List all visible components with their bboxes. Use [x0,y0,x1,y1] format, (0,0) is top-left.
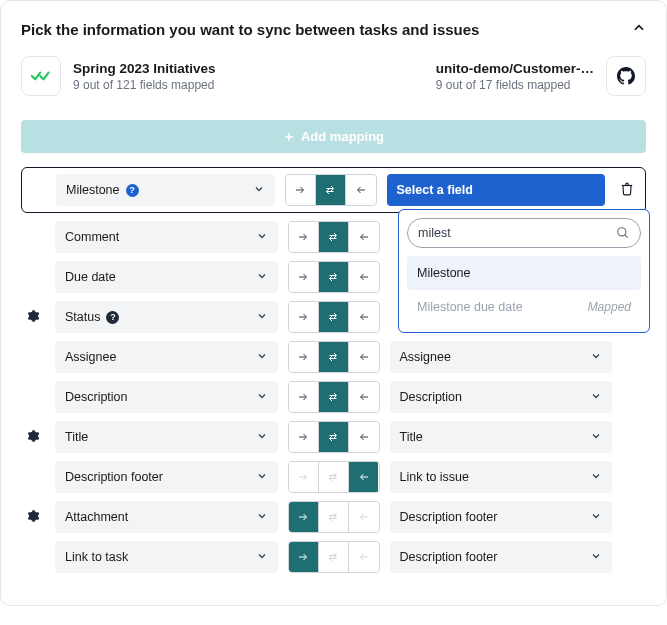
select-a-field-dropdown[interactable]: Select a field [387,174,606,206]
direction-group [288,381,380,413]
direction-both-button[interactable] [319,422,349,452]
collapse-icon[interactable] [632,21,646,38]
sync-config-panel: Pick the information you want to sync be… [0,0,667,606]
direction-both-button[interactable] [319,302,349,332]
field-label: Milestone? [66,183,139,197]
field-select-right[interactable]: Description footer [390,541,613,573]
dropdown-item-milestone[interactable]: Milestone [407,256,641,290]
direction-right-button[interactable] [286,175,316,205]
trash-column[interactable] [615,182,639,199]
direction-both-button[interactable] [319,342,349,372]
direction-left-button[interactable] [349,502,378,532]
chevron-down-icon [256,270,268,285]
direction-left-button[interactable] [349,222,378,252]
direction-right-button[interactable] [289,502,319,532]
svg-point-42 [618,228,626,236]
chevron-down-icon [590,390,602,405]
dropdown-item-label: Milestone [417,266,471,280]
trash-icon[interactable] [620,182,634,199]
field-label: Description [400,390,463,404]
dropdown-item-milestone-due[interactable]: Milestone due date Mapped [407,290,641,324]
direction-group [288,461,380,493]
add-mapping-label: Add mapping [301,129,384,144]
field-select-left[interactable]: Milestone? [56,174,275,206]
direction-right-button[interactable] [289,462,319,492]
gear-column[interactable] [21,509,45,526]
field-select-right[interactable]: Link to issue [390,461,613,493]
chevron-down-icon [256,390,268,405]
tool-a: Spring 2023 Initiatives 9 out of 121 fie… [21,56,328,96]
tool-b: unito-demo/Customer-… 9 out of 17 fields… [340,56,647,96]
direction-right-button[interactable] [289,222,319,252]
select-placeholder: Select a field [397,183,473,197]
field-select-left[interactable]: Link to task [55,541,278,573]
direction-both-button[interactable] [319,382,349,412]
add-mapping-button[interactable]: Add mapping [21,120,646,153]
field-select-left[interactable]: Attachment [55,501,278,533]
direction-right-button[interactable] [289,422,319,452]
field-select-left[interactable]: Comment [55,221,278,253]
direction-both-button[interactable] [319,222,349,252]
chevron-down-icon [590,470,602,485]
direction-group [288,301,380,333]
direction-group [288,341,380,373]
direction-right-button[interactable] [289,302,319,332]
mapping-row: Description Description [21,381,646,413]
field-label: Description [65,390,128,404]
dropdown-search-input[interactable] [418,226,610,240]
direction-right-button[interactable] [289,262,319,292]
gear-icon[interactable] [26,429,40,446]
chevron-down-icon [253,183,265,198]
field-select-right[interactable]: Assignee [390,341,613,373]
gear-icon[interactable] [26,509,40,526]
field-select-left[interactable]: Assignee [55,341,278,373]
direction-right-button[interactable] [289,382,319,412]
field-select-left[interactable]: Description [55,381,278,413]
field-select-right[interactable]: Title [390,421,613,453]
direction-both-button[interactable] [316,175,346,205]
direction-left-button[interactable] [349,382,378,412]
field-select-right[interactable]: Description [390,381,613,413]
direction-left-button[interactable] [349,462,378,492]
direction-left-button[interactable] [349,262,378,292]
chevron-down-icon [256,350,268,365]
direction-left-button[interactable] [349,342,378,372]
mapping-row: Attachment Description footer [21,501,646,533]
direction-left-button[interactable] [349,302,378,332]
direction-both-button[interactable] [319,502,349,532]
connection-summary: Spring 2023 Initiatives 9 out of 121 fie… [21,56,646,96]
direction-right-button[interactable] [289,542,319,572]
mapping-row: Assignee Assignee [21,341,646,373]
chevron-down-icon [590,430,602,445]
direction-both-button[interactable] [319,262,349,292]
chevron-down-icon [590,550,602,565]
field-label: Status? [65,310,119,324]
direction-both-button[interactable] [319,542,349,572]
dropdown-search[interactable] [407,218,641,248]
mapping-row: Link to task Description footer [21,541,646,573]
field-select-left[interactable]: Status? [55,301,278,333]
field-select-left[interactable]: Title [55,421,278,453]
panel-header: Pick the information you want to sync be… [21,21,646,38]
direction-left-button[interactable] [349,542,378,572]
direction-right-button[interactable] [289,342,319,372]
direction-both-button[interactable] [319,462,349,492]
gear-icon[interactable] [26,309,40,326]
field-select-right[interactable]: Description footer [390,501,613,533]
tool-b-sub: 9 out of 17 fields mapped [436,78,594,92]
tool-b-meta: unito-demo/Customer-… 9 out of 17 fields… [436,61,594,92]
direction-left-button[interactable] [349,422,378,452]
field-select-left[interactable]: Due date [55,261,278,293]
help-icon[interactable]: ? [106,311,119,324]
field-select-left[interactable]: Description footer [55,461,278,493]
direction-left-button[interactable] [346,175,375,205]
chevron-down-icon [256,510,268,525]
field-label: Description footer [400,510,498,524]
field-label: Description footer [65,470,163,484]
chevron-down-icon [590,350,602,365]
help-icon[interactable]: ? [126,184,139,197]
field-label: Assignee [65,350,116,364]
gear-column[interactable] [21,309,45,326]
mappings-list: Milestone? Select a field Comment Due da… [21,167,646,573]
gear-column[interactable] [21,429,45,446]
